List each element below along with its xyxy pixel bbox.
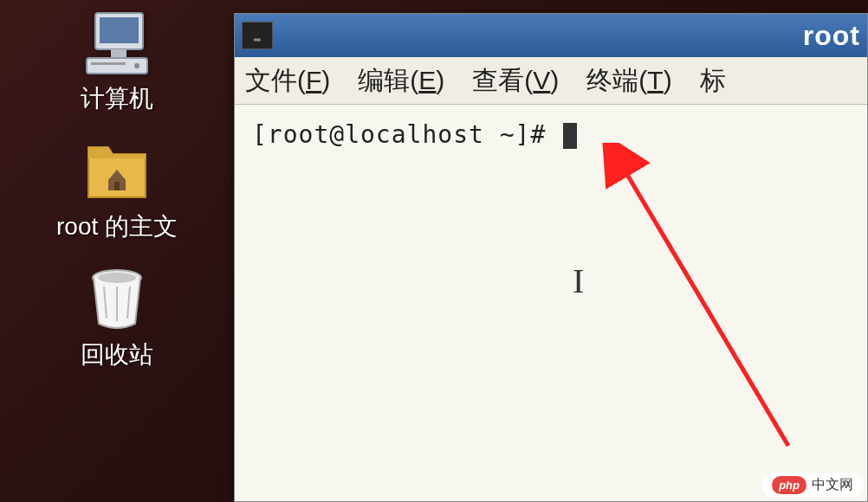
terminal-cursor xyxy=(563,123,577,149)
window-title: root xyxy=(803,20,860,52)
svg-rect-4 xyxy=(91,62,126,65)
watermark-text: 中文网 xyxy=(812,476,853,494)
watermark: php 中文网 xyxy=(761,473,864,498)
desktop-area: 计算机 root 的主文 回收站 xyxy=(0,0,234,502)
menu-tabs[interactable]: 标 xyxy=(700,63,726,99)
terminal-window: ▂ root 文件(F) 编辑(E) 查看(V) 终端(T) 标 [root@l… xyxy=(234,13,868,502)
computer-icon xyxy=(78,9,156,78)
ibeam-cursor-icon: I xyxy=(573,261,584,301)
trash-icon xyxy=(78,265,156,334)
folder-home-icon xyxy=(78,137,156,206)
menubar: 文件(F) 编辑(E) 查看(V) 终端(T) 标 xyxy=(235,57,867,105)
desktop-icon-home[interactable]: root 的主文 xyxy=(0,137,234,243)
desktop-icon-computer[interactable]: 计算机 xyxy=(0,9,234,115)
menu-file[interactable]: 文件(F) xyxy=(245,63,330,99)
menu-terminal[interactable]: 终端(T) xyxy=(586,63,671,99)
terminal-app-icon: ▂ xyxy=(242,22,273,49)
svg-point-8 xyxy=(98,273,136,283)
desktop-icon-label: 回收站 xyxy=(81,338,153,371)
desktop-icon-label: 计算机 xyxy=(81,82,153,115)
svg-rect-1 xyxy=(100,17,139,43)
desktop-icon-trash[interactable]: 回收站 xyxy=(0,265,234,371)
svg-rect-6 xyxy=(114,182,120,190)
menu-edit[interactable]: 编辑(E) xyxy=(358,63,444,99)
watermark-logo: php xyxy=(772,476,806,494)
terminal-content[interactable]: [root@localhost ~]# I xyxy=(235,105,867,501)
menu-view[interactable]: 查看(V) xyxy=(472,63,559,99)
terminal-prompt: [root@localhost ~]# xyxy=(252,120,546,149)
desktop-icon-label: root 的主文 xyxy=(56,210,178,243)
svg-rect-2 xyxy=(111,49,126,58)
svg-point-5 xyxy=(134,63,139,68)
titlebar[interactable]: ▂ root xyxy=(235,14,867,57)
